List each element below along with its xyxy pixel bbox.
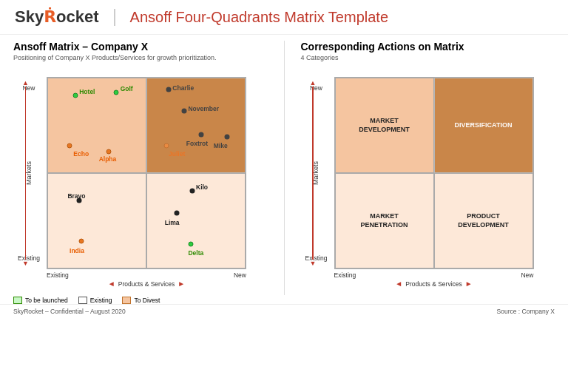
- legend-plain-label: Existing: [90, 297, 112, 304]
- footer-left: SkyRocket – Confidential – August 2020: [13, 308, 126, 315]
- x-new-label: New: [234, 271, 246, 279]
- quadrant-top-left: Hotel Golf Echo Alpha: [47, 78, 146, 173]
- legend-green-box: [13, 297, 22, 304]
- x-axis-label: Products & Services: [118, 280, 175, 288]
- header: SkyṘocket Ansoff Four-Quadrants Matrix …: [0, 0, 568, 35]
- legend-to-be-launched: To be launched: [13, 297, 68, 304]
- legend-green-label: To be launched: [25, 297, 68, 304]
- legend-plain-box: [78, 297, 87, 304]
- quadrant-bottom-right: Kilo Lima Delta: [146, 173, 246, 268]
- label-echo: Echo: [73, 150, 89, 158]
- dot-golf: [114, 90, 119, 95]
- label-mike: Mike: [214, 142, 228, 149]
- dot-foxtrot: [198, 132, 203, 138]
- label-india: India: [70, 247, 84, 254]
- page-title: Ansoff Four-Quadrants Matrix Template: [114, 9, 388, 26]
- left-panel: Ansoff Matrix – Company X Positioning of…: [13, 41, 268, 295]
- label-golf: Golf: [121, 85, 133, 92]
- label-kilo: Kilo: [196, 183, 208, 191]
- left-panel-title: Ansoff Matrix – Company X: [13, 41, 268, 53]
- left-panel-subtitle: Positioning of Company X Products/Servic…: [13, 54, 268, 61]
- right-y-existing-label: Existing: [305, 254, 328, 262]
- label-november: November: [188, 105, 219, 112]
- right-panel-subtitle: 4 Categories: [301, 54, 555, 61]
- footer: SkyRocket – Confidential – August 2020 S…: [0, 304, 568, 318]
- right-x-new-label: New: [521, 271, 533, 279]
- dot-lima: [174, 211, 179, 216]
- legend: To be launched Existing To Divest: [0, 297, 568, 304]
- dot-juliet: [164, 143, 169, 149]
- dot-hotel: [72, 92, 78, 98]
- rq-market-penetration-label: MARKETPENETRATION: [357, 209, 412, 233]
- dot-alpha: [106, 149, 111, 155]
- right-x-existing-label: Existing: [334, 271, 356, 279]
- rq-market-development: MARKETDEVELOPMENT: [335, 78, 434, 173]
- label-bravo: Bravo: [67, 192, 85, 200]
- quadrant-bottom-left: Bravo India: [47, 173, 146, 268]
- right-panel: Corresponding Actions on Matrix 4 Catego…: [301, 41, 555, 295]
- rq-market-penetration: MARKETPENETRATION: [335, 173, 434, 268]
- right-x-axis-label: Products & Services: [405, 280, 462, 288]
- dot-india: [78, 239, 84, 244]
- dot-delta: [189, 242, 194, 247]
- dot-charlie: [166, 87, 172, 92]
- right-matrix-grid: MARKETDEVELOPMENT DIVERSIFICATION MARKET…: [334, 77, 534, 269]
- rq-market-development-label: MARKETDEVELOPMENT: [355, 113, 413, 138]
- label-hotel: Hotel: [79, 88, 95, 95]
- left-matrix: New Markets Existing ▲ ▼ Hotel Golf: [13, 66, 268, 295]
- left-matrix-grid: Hotel Golf Echo Alpha Charlie: [47, 77, 246, 269]
- logo: SkyṘocket: [15, 7, 99, 27]
- legend-to-divest: To Divest: [122, 297, 160, 304]
- rq-diversification: DIVERSIFICATION: [434, 78, 533, 173]
- rq-product-development-label: PRODUCTDEVELOPMENT: [454, 209, 513, 233]
- dot-november: [182, 109, 187, 114]
- dot-echo: [67, 143, 72, 149]
- quadrant-top-right: Charlie November Foxtrot Mike Juliet: [146, 78, 246, 173]
- dot-kilo: [189, 188, 195, 193]
- panel-divider: [284, 41, 285, 295]
- right-matrix: New Markets Existing ▲ ▼ MARKETDEVELOPME…: [301, 66, 555, 295]
- label-alpha: Alpha: [99, 155, 117, 163]
- x-existing-label: Existing: [47, 271, 69, 279]
- label-delta: Delta: [188, 249, 203, 257]
- label-juliet: Juliet: [169, 150, 185, 158]
- legend-orange-box: [122, 297, 131, 304]
- y-existing-label: Existing: [18, 254, 40, 262]
- right-panel-title: Corresponding Actions on Matrix: [301, 41, 555, 53]
- legend-orange-label: To Divest: [134, 297, 160, 304]
- label-charlie: Charlie: [172, 84, 194, 92]
- main-content: Ansoff Matrix – Company X Positioning of…: [0, 35, 568, 295]
- label-foxtrot: Foxtrot: [186, 140, 208, 147]
- rq-diversification-label: DIVERSIFICATION: [451, 118, 516, 134]
- legend-existing: Existing: [78, 297, 112, 304]
- rq-product-development: PRODUCTDEVELOPMENT: [434, 173, 533, 268]
- label-lima: Lima: [165, 219, 180, 226]
- dot-mike: [225, 134, 230, 139]
- footer-right: Source : Company X: [497, 308, 555, 315]
